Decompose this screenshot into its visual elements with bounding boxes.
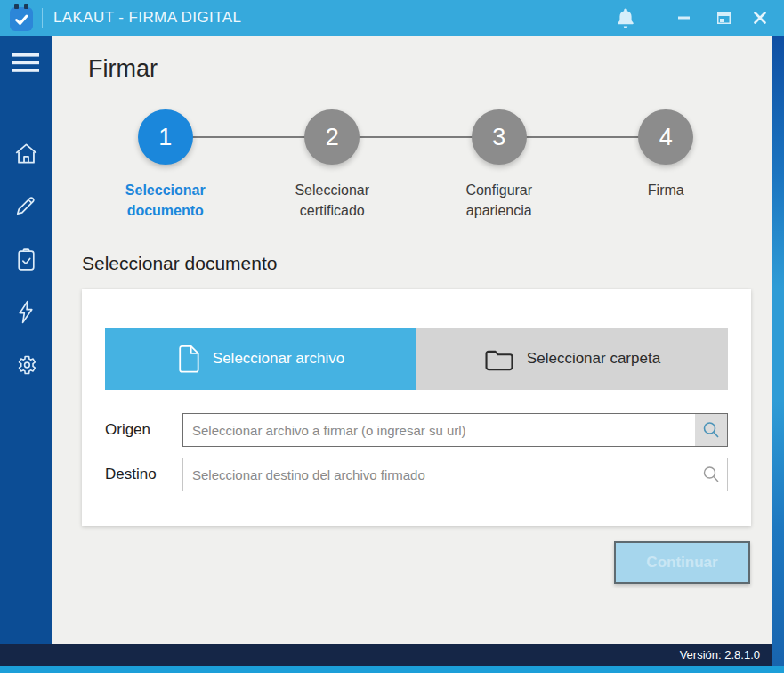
menu-icon[interactable] bbox=[0, 43, 52, 82]
step-label: Seleccionar documento bbox=[99, 180, 232, 221]
minimize-button[interactable] bbox=[666, 0, 701, 36]
gear-icon[interactable] bbox=[0, 345, 52, 385]
origen-browse-button[interactable] bbox=[695, 414, 727, 446]
tab-label: Seleccionar carpeta bbox=[527, 350, 660, 368]
app-logo-icon bbox=[8, 4, 35, 32]
section-title: Seleccionar documento bbox=[82, 253, 277, 274]
folder-icon bbox=[484, 347, 514, 371]
origen-input[interactable] bbox=[183, 414, 695, 446]
search-icon bbox=[701, 420, 721, 440]
pencil-icon[interactable] bbox=[0, 186, 52, 225]
origen-field-row: Origen bbox=[105, 413, 728, 447]
step-circle: 1 bbox=[138, 109, 193, 165]
page-title: Firmar bbox=[88, 55, 158, 83]
main-content: Firmar 1 Seleccionar documento 2 Selecci… bbox=[52, 36, 772, 644]
step-circle: 4 bbox=[638, 109, 693, 165]
source-type-tabs: Seleccionar archivo Seleccionar carpeta bbox=[105, 328, 728, 390]
tab-seleccionar-carpeta[interactable]: Seleccionar carpeta bbox=[416, 328, 728, 390]
search-icon bbox=[701, 465, 721, 484]
step-4-firma[interactable]: 4 Firma bbox=[583, 109, 750, 221]
home-icon[interactable] bbox=[0, 134, 52, 173]
destino-field-row: Destino bbox=[105, 458, 728, 491]
destino-input-wrap bbox=[182, 458, 728, 491]
step-3-configurar-apariencia[interactable]: 3 Configurar apariencia bbox=[416, 109, 583, 221]
continue-button[interactable]: Continuar bbox=[614, 541, 750, 584]
tab-seleccionar-archivo[interactable]: Seleccionar archivo bbox=[105, 328, 416, 390]
window-title: LAKAUT - FIRMA DIGITAL bbox=[53, 9, 241, 27]
close-button[interactable] bbox=[742, 0, 778, 36]
clipboard-check-icon[interactable] bbox=[0, 239, 52, 279]
bell-icon[interactable] bbox=[615, 7, 636, 30]
document-card: Seleccionar archivo Seleccionar carpeta … bbox=[82, 289, 751, 526]
origen-input-wrap bbox=[182, 413, 728, 447]
scrollbar[interactable] bbox=[772, 36, 784, 666]
statusbar: Versión: 2.8.1.0 bbox=[0, 644, 772, 666]
step-label: Firma bbox=[599, 180, 732, 200]
titlebar: LAKAUT - FIRMA DIGITAL bbox=[0, 0, 784, 36]
lightning-icon[interactable] bbox=[0, 292, 52, 331]
step-circle: 3 bbox=[472, 109, 527, 165]
step-1-seleccionar-documento[interactable]: 1 Seleccionar documento bbox=[82, 109, 249, 221]
maximize-button[interactable] bbox=[706, 0, 741, 36]
titlebar-separator bbox=[42, 8, 43, 28]
destino-label: Destino bbox=[105, 466, 182, 483]
sidebar bbox=[0, 36, 52, 644]
step-label: Configurar apariencia bbox=[432, 180, 566, 221]
origen-label: Origen bbox=[105, 421, 182, 439]
tab-label: Seleccionar archivo bbox=[213, 350, 344, 368]
version-label: Versión: 2.8.1.0 bbox=[680, 648, 760, 661]
destino-input[interactable] bbox=[183, 458, 695, 491]
wizard-stepper: 1 Seleccionar documento 2 Seleccionar ce… bbox=[82, 109, 749, 270]
destino-browse-button[interactable] bbox=[695, 458, 727, 491]
step-2-seleccionar-certificado[interactable]: 2 Seleccionar certificado bbox=[249, 109, 416, 221]
window-bottom-edge bbox=[0, 666, 784, 673]
app-window: LAKAUT - FIRMA DIGITAL bbox=[0, 0, 784, 673]
step-label: Seleccionar certificado bbox=[265, 180, 399, 221]
file-icon bbox=[177, 345, 200, 373]
step-circle: 2 bbox=[304, 109, 360, 165]
